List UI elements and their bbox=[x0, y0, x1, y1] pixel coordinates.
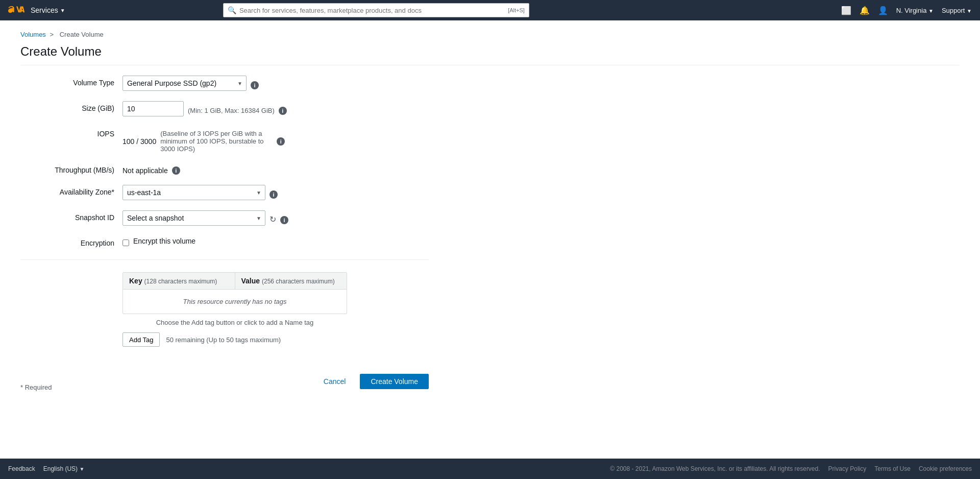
aws-logo[interactable] bbox=[8, 5, 24, 15]
add-name-tag-link[interactable]: click to add a Name tag bbox=[244, 319, 313, 326]
tags-empty-message: This resource currently has no tags bbox=[123, 290, 347, 314]
encryption-control: Encrypt this volume bbox=[122, 236, 429, 246]
search-shortcut: [Alt+S] bbox=[508, 7, 525, 13]
cancel-button[interactable]: Cancel bbox=[315, 374, 354, 389]
tags-key-hint: (128 characters maximum) bbox=[144, 278, 217, 285]
encrypt-label: Encrypt this volume bbox=[133, 237, 195, 245]
iops-value: 100 / 3000 bbox=[122, 134, 156, 146]
action-bar: * Required Cancel Create Volume bbox=[20, 363, 429, 391]
cookie-preferences-link[interactable]: Cookie preferences bbox=[919, 465, 972, 472]
throughput-control: Not applicable i bbox=[122, 163, 429, 175]
throughput-info-icon[interactable]: i bbox=[172, 166, 180, 175]
search-icon: 🔍 bbox=[228, 6, 236, 14]
user-icon[interactable]: 👤 bbox=[878, 6, 888, 15]
search-bar: 🔍 [Alt+S] bbox=[223, 3, 529, 17]
size-info-icon[interactable]: i bbox=[279, 107, 287, 115]
snapshot-info-icon[interactable]: i bbox=[280, 216, 288, 224]
privacy-policy-link[interactable]: Privacy Policy bbox=[828, 465, 867, 472]
create-volume-form: Volume Type General Purpose SSD (gp2) Pr… bbox=[20, 76, 429, 391]
breadcrumb-separator: > bbox=[50, 31, 54, 38]
snapshot-id-row: Snapshot ID Select a snapshot ▼ ↻ i bbox=[20, 210, 429, 226]
tags-add-hint: Choose the Add tag button or click to ad… bbox=[122, 318, 347, 326]
snapshot-select-wrapper: Select a snapshot ▼ bbox=[122, 210, 265, 226]
encryption-label: Encryption bbox=[20, 236, 122, 247]
breadcrumb-parent-link[interactable]: Volumes bbox=[20, 31, 46, 38]
footer-right: © 2008 - 2021, Amazon Web Services, Inc.… bbox=[610, 465, 972, 472]
volume-type-label: Volume Type bbox=[20, 76, 122, 87]
encrypt-checkbox[interactable] bbox=[122, 240, 129, 246]
feedback-link[interactable]: Feedback bbox=[8, 465, 35, 472]
volume-type-select[interactable]: General Purpose SSD (gp2) Provisioned IO… bbox=[122, 76, 247, 91]
footer-left: Feedback English (US) ▼ bbox=[8, 465, 84, 472]
add-tag-button[interactable]: Add Tag bbox=[122, 332, 160, 347]
tags-section: Key (128 characters maximum) Value (256 … bbox=[122, 272, 429, 347]
throughput-row: Throughput (MB/s) Not applicable i bbox=[20, 163, 429, 175]
terms-of-use-link[interactable]: Terms of Use bbox=[874, 465, 911, 472]
main-content: Volumes > Create Volume Create Volume Vo… bbox=[0, 20, 980, 459]
tags-table: Key (128 characters maximum) Value (256 … bbox=[122, 272, 347, 314]
tags-value-hint: (256 characters maximum) bbox=[262, 278, 335, 285]
add-tag-row: Add Tag 50 remaining (Up to 50 tags maxi… bbox=[122, 332, 429, 347]
availability-zone-select-wrapper: us-east-1a us-east-1b us-east-1c us-east… bbox=[122, 185, 265, 200]
availability-zone-select[interactable]: us-east-1a us-east-1b us-east-1c us-east… bbox=[122, 185, 265, 200]
throughput-value: Not applicable bbox=[122, 163, 168, 175]
breadcrumb: Volumes > Create Volume bbox=[20, 31, 960, 38]
required-note: * Required bbox=[20, 384, 52, 391]
iops-control: 100 / 3000 (Baseline of 3 IOPS per GiB w… bbox=[122, 127, 429, 153]
search-input[interactable] bbox=[239, 7, 505, 14]
page-title: Create Volume bbox=[20, 44, 960, 65]
snapshot-select[interactable]: Select a snapshot bbox=[122, 210, 265, 226]
top-navigation: Services ▼ 🔍 [Alt+S] ⬜ 🔔 👤 N. Virginia ▼… bbox=[0, 0, 980, 20]
encryption-row: Encryption Encrypt this volume bbox=[20, 236, 429, 247]
availability-zone-row: Availability Zone* us-east-1a us-east-1b… bbox=[20, 185, 429, 200]
tags-key-column-header: Key (128 characters maximum) bbox=[123, 273, 235, 289]
copyright-text: © 2008 - 2021, Amazon Web Services, Inc.… bbox=[610, 465, 820, 472]
iops-label: IOPS bbox=[20, 127, 122, 138]
volume-type-control: General Purpose SSD (gp2) Provisioned IO… bbox=[122, 76, 429, 91]
size-hint: (Min: 1 GiB, Max: 16384 GiB) bbox=[188, 104, 275, 114]
iops-row: IOPS 100 / 3000 (Baseline of 3 IOPS per … bbox=[20, 127, 429, 153]
services-menu[interactable]: Services ▼ bbox=[31, 6, 65, 14]
footer: Feedback English (US) ▼ © 2008 - 2021, A… bbox=[0, 459, 980, 479]
create-volume-button[interactable]: Create Volume bbox=[360, 374, 429, 389]
iops-description: (Baseline of 3 IOPS per GiB with a minim… bbox=[160, 127, 273, 153]
nav-right-section: ⬜ 🔔 👤 N. Virginia ▼ Support ▼ bbox=[841, 6, 972, 15]
size-control: (Min: 1 GiB, Max: 16384 GiB) i bbox=[122, 101, 429, 116]
volume-type-row: Volume Type General Purpose SSD (gp2) Pr… bbox=[20, 76, 429, 91]
tags-remaining: 50 remaining (Up to 50 tags maximum) bbox=[166, 336, 281, 344]
size-input[interactable] bbox=[122, 101, 184, 116]
size-row: Size (GiB) (Min: 1 GiB, Max: 16384 GiB) … bbox=[20, 101, 429, 116]
snapshot-refresh-icon[interactable]: ↻ bbox=[270, 212, 276, 224]
availability-zone-info-icon[interactable]: i bbox=[270, 190, 278, 199]
volume-type-info-icon[interactable]: i bbox=[251, 81, 259, 89]
availability-zone-label: Availability Zone* bbox=[20, 185, 122, 196]
support-menu[interactable]: Support ▼ bbox=[942, 7, 972, 14]
action-buttons: Cancel Create Volume bbox=[315, 374, 429, 389]
snapshot-id-label: Snapshot ID bbox=[20, 210, 122, 222]
iops-info-icon[interactable]: i bbox=[277, 137, 285, 146]
breadcrumb-current: Create Volume bbox=[60, 31, 104, 38]
size-label: Size (GiB) bbox=[20, 101, 122, 112]
services-chevron-icon: ▼ bbox=[60, 8, 65, 13]
volume-type-select-wrapper: General Purpose SSD (gp2) Provisioned IO… bbox=[122, 76, 247, 91]
bell-icon[interactable]: 🔔 bbox=[860, 6, 870, 15]
terminal-icon[interactable]: ⬜ bbox=[841, 6, 851, 15]
region-selector[interactable]: N. Virginia ▼ bbox=[896, 7, 934, 14]
tags-value-column-header: Value (256 characters maximum) bbox=[235, 273, 347, 289]
tags-table-header: Key (128 characters maximum) Value (256 … bbox=[123, 273, 347, 290]
form-divider bbox=[20, 259, 429, 260]
throughput-label: Throughput (MB/s) bbox=[20, 163, 122, 174]
language-selector[interactable]: English (US) ▼ bbox=[43, 465, 85, 472]
availability-zone-control: us-east-1a us-east-1b us-east-1c us-east… bbox=[122, 185, 429, 200]
snapshot-id-control: Select a snapshot ▼ ↻ i bbox=[122, 210, 429, 226]
